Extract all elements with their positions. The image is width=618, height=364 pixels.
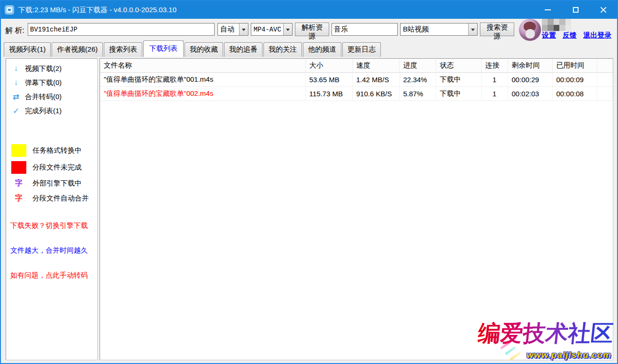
table-row[interactable]: "值得单曲循环的宝藏歌单"002.m4s 115.73 MB 910.6 KB/… <box>100 87 613 101</box>
legend-item-external-engine: 字 外部引擎下载中 <box>6 177 97 189</box>
feedback-link[interactable]: 反馈 <box>563 31 577 40</box>
red-char-icon: 字 <box>11 194 26 203</box>
col-status[interactable]: 状态 <box>436 59 481 73</box>
keyword-input[interactable] <box>332 23 398 36</box>
sidebar-item-label: 视频下载(2) <box>25 64 62 73</box>
quality-selected-value: 自动 <box>218 25 239 34</box>
close-button[interactable] <box>589 1 617 19</box>
col-progress[interactable]: 进度 <box>399 59 436 73</box>
cell-time-left: 00:02:03 <box>508 87 552 101</box>
window-controls <box>534 1 617 19</box>
app-icon <box>5 5 14 15</box>
sidebar-item-completed-list[interactable]: ✓ 完成列表(1) <box>6 104 97 118</box>
tab-his-channel[interactable]: 他的频道 <box>303 42 341 57</box>
username-blurred <box>542 19 571 31</box>
cell-connections: 1 <box>481 87 508 101</box>
cell-connections: 1 <box>481 73 508 87</box>
cell-speed: 910.6 KB/S <box>352 87 399 101</box>
note-switch-engine[interactable]: 下载失败？切换引擎下载 <box>6 221 97 230</box>
cell-size: 115.73 MB <box>305 87 352 101</box>
parse-label: 解 析: <box>5 26 24 36</box>
sidebar-item-merge-transcode[interactable]: ⇄ 合并转码(0) <box>6 90 97 104</box>
download-arrow-icon: ↓ <box>12 64 20 73</box>
maximize-icon <box>573 7 579 13</box>
table-row[interactable]: "值得单曲循环的宝藏歌单"001.m4s 53.65 MB 1.42 MB/S … <box>100 73 613 87</box>
quality-select[interactable]: 自动 <box>217 23 248 36</box>
tab-my-follows[interactable]: 我的关注 <box>263 42 302 57</box>
table-header-row: 文件名称 大小 速度 进度 状态 连接 剩余时间 已用时间 <box>100 59 613 73</box>
note-manual-transcode[interactable]: 如有问题，点此手动转码 <box>6 271 97 280</box>
chevron-down-icon[interactable] <box>468 23 477 35</box>
cell-speed: 1.42 MB/S <box>352 73 399 87</box>
legend-item-auto-merge: 字 分段文件自动合并 <box>6 192 97 204</box>
settings-link[interactable]: 设置 <box>542 31 556 40</box>
col-time-used[interactable]: 已用时间 <box>552 59 597 73</box>
cell-size: 53.65 MB <box>305 73 352 87</box>
user-links: 设置 反馈 退出登录 <box>542 31 611 40</box>
tab-my-favorites[interactable]: 我的收藏 <box>185 42 223 57</box>
minimize-button[interactable] <box>534 1 562 19</box>
col-size[interactable]: 大小 <box>305 59 352 73</box>
chevron-down-icon[interactable] <box>239 23 248 35</box>
sidebar-item-label: 合并转码(0) <box>25 93 62 101</box>
site-select[interactable]: B站视频 <box>400 23 478 36</box>
minimize-icon <box>545 9 551 10</box>
col-time-left[interactable]: 剩余时间 <box>508 59 552 73</box>
app-window: 下载:2.23 MB/s - 闪豆下载器 - v4.0.0.0-2025.03.… <box>0 0 618 364</box>
user-avatar[interactable] <box>519 19 541 41</box>
col-speed[interactable]: 速度 <box>352 59 399 73</box>
sidebar-item-label: 完成列表(1) <box>25 107 62 116</box>
col-connections[interactable]: 连接 <box>481 59 508 73</box>
close-icon <box>600 7 607 13</box>
search-resource-button[interactable]: 搜索资源 <box>480 23 514 36</box>
download-table: 文件名称 大小 速度 进度 状态 连接 剩余时间 已用时间 "值得单曲循环的宝藏… <box>100 59 613 101</box>
yellow-swatch <box>11 144 26 157</box>
logout-link[interactable]: 退出登录 <box>583 31 611 40</box>
tab-search-list[interactable]: 搜索列表 <box>104 42 142 57</box>
cell-progress: 5.87% <box>399 87 436 101</box>
tab-my-bangumi[interactable]: 我的追番 <box>224 42 263 57</box>
note-merge-time: 文件越大，合并时间越久 <box>6 246 97 255</box>
tab-download-list[interactable]: 下载列表 <box>143 40 184 57</box>
cell-filename: "值得单曲循环的宝藏歌单"002.m4s <box>100 87 305 101</box>
cell-status: 下载中 <box>436 73 481 87</box>
cell-time-used: 00:00:09 <box>552 73 597 87</box>
chevron-down-icon[interactable] <box>283 23 292 35</box>
col-filename[interactable]: 文件名称 <box>100 59 305 73</box>
format-selected-value: MP4-AVC <box>251 26 283 33</box>
sidebar-notes: 下载失败？切换引擎下载 文件越大，合并时间越久 如有问题，点此手动转码 <box>6 221 97 280</box>
parse-resource-button[interactable]: 解析资源 <box>295 23 329 36</box>
red-swatch <box>11 161 26 174</box>
download-table-panel: 文件名称 大小 速度 进度 状态 连接 剩余时间 已用时间 "值得单曲循环的宝藏… <box>100 58 613 360</box>
download-arrow-icon: ↓ <box>12 78 20 87</box>
cell-status: 下载中 <box>436 87 481 101</box>
sidebar-item-video-download[interactable]: ↓ 视频下载(2) <box>6 62 97 76</box>
maximize-button[interactable] <box>562 1 589 19</box>
sidebar: ↓ 视频下载(2) ↓ 弹幕下载(0) ⇄ 合并转码(0) ✓ 完成列表(1) … <box>6 58 98 360</box>
check-icon: ✓ <box>12 106 20 116</box>
site-selected-value: B站视频 <box>401 25 468 34</box>
purple-char-icon: 字 <box>11 178 26 188</box>
parse-input[interactable] <box>28 23 215 36</box>
cell-progress: 22.34% <box>399 73 436 87</box>
format-select[interactable]: MP4-AVC <box>251 23 293 36</box>
sidebar-item-danmaku-download[interactable]: ↓ 弹幕下载(0) <box>6 76 97 90</box>
cell-time-used: 00:00:08 <box>552 87 597 101</box>
sidebar-item-label: 弹幕下载(0) <box>25 78 62 87</box>
cell-filename: "值得单曲循环的宝藏歌单"001.m4s <box>100 73 305 87</box>
tab-update-log[interactable]: 更新日志 <box>342 42 381 57</box>
tab-author-videos[interactable]: 作者视频(26) <box>52 42 103 57</box>
legend-item-converting: 任务格式转换中 <box>6 143 97 157</box>
status-legend: 任务格式转换中 分段文件未完成 字 外部引擎下载中 字 分段文件自动合并 <box>6 143 97 204</box>
title-bar: 下载:2.23 MB/s - 闪豆下载器 - v4.0.0.0-2025.03.… <box>1 1 617 19</box>
legend-item-segment-incomplete: 分段文件未完成 <box>6 160 97 174</box>
window-title: 下载:2.23 MB/s - 闪豆下载器 - v4.0.0.0-2025.03.… <box>18 6 177 15</box>
tab-bar: 视频列表(1) 作者视频(26) 搜索列表 下载列表 我的收藏 我的追番 我的关… <box>4 43 382 57</box>
transcode-arrows-icon: ⇄ <box>12 92 20 102</box>
cell-time-left: 00:00:29 <box>508 73 552 87</box>
tab-video-list[interactable]: 视频列表(1) <box>4 42 51 57</box>
